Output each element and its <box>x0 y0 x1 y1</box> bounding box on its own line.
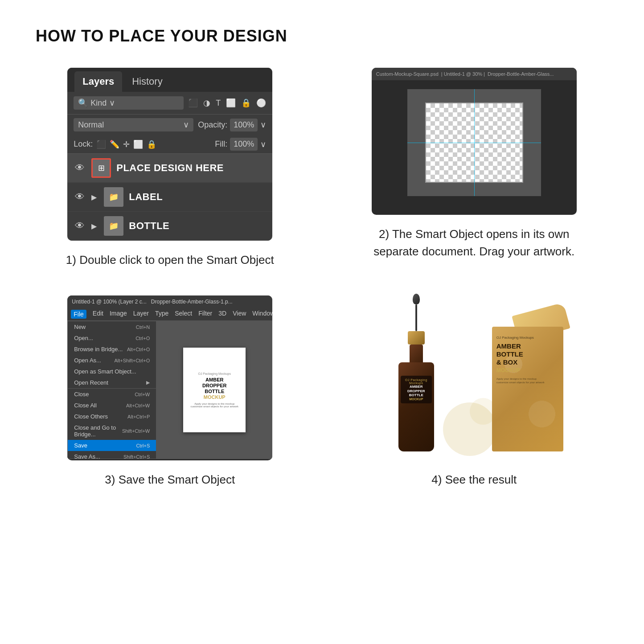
menu-open-label: Open... <box>74 335 93 341</box>
layer-filter-icons: ⬛ ◑ T ⬜ 🔒 ⚪ <box>188 98 266 108</box>
layer-menu-item[interactable]: Layer <box>133 310 149 319</box>
blend-mode-dropdown[interactable]: Normal ∨ <box>74 118 193 131</box>
layer-thumb-2: 📁 <box>104 216 123 236</box>
menu-close-others[interactable]: Close Others Alt+Ctrl+P <box>68 411 156 422</box>
menu-browse[interactable]: Browse in Bridge... Alt+Ctrl+O <box>68 344 156 355</box>
page-title: HOW TO PLACE YOUR DESIGN <box>36 27 608 45</box>
lock-paint-icon[interactable]: ✏️ <box>110 139 119 149</box>
file-menu-content: New Ctrl+N Open... Ctrl+O Browse in Brid… <box>67 321 272 459</box>
menu-new-label: New <box>74 324 86 330</box>
layer-row-0[interactable]: 👁 ⊞ PLACE DESIGN HERE <box>67 154 272 183</box>
bottle-brand: OJ Packaging Mockups <box>402 378 430 385</box>
lock-artboard-icon[interactable]: ⬜ <box>133 139 143 149</box>
lock-move-icon[interactable]: ✛ <box>123 139 130 149</box>
menu-save-label: Save <box>74 442 87 449</box>
menu-close-goto-label: Close and Go to Bridge... <box>74 424 122 438</box>
menu-open-recent-label: Open Recent <box>74 379 108 386</box>
steps-grid: Layers History 🔍 Kind ∨ ⬛ ◑ T ⬜ 🔒 ⚪ <box>36 68 608 488</box>
window-menu-item[interactable]: Window <box>252 310 272 319</box>
image-filter-icon[interactable]: ⬛ <box>188 98 198 108</box>
blend-chevron-icon: ∨ <box>183 120 189 130</box>
smart-object-document: Custom-Mockup-Square.psd | Untitled-1 @ … <box>372 68 577 215</box>
doc-bottle-sub: MOCKUP <box>204 394 226 400</box>
product-box: OJ Packaging Mockups AMBERBOTTLE& BOX MO… <box>492 327 563 451</box>
lock-all-icon[interactable]: 🔒 <box>147 139 156 149</box>
menu-open-as[interactable]: Open As... Alt+Shift+Ctrl+O <box>68 355 156 366</box>
menu-open[interactable]: Open... Ctrl+O <box>68 332 156 344</box>
folder-icon-1: 📁 <box>109 192 119 202</box>
select-menu-item[interactable]: Select <box>175 310 192 319</box>
menu-open-recent[interactable]: Open Recent ▶ <box>68 377 156 388</box>
adjust-filter-icon[interactable]: ◑ <box>203 98 210 108</box>
search-kind-dropdown[interactable]: 🔍 Kind ∨ <box>74 96 184 110</box>
step-3-caption: 3) Save the Smart Object <box>105 471 235 488</box>
lock-transparent-icon[interactable]: ⬛ <box>96 139 106 149</box>
edit-menu-item[interactable]: Edit <box>93 310 103 319</box>
layer-thumb-1: 📁 <box>104 187 123 207</box>
layer-visibility-1[interactable]: 👁 <box>74 191 86 203</box>
menu-open-smart-label: Open as Smart Object... <box>74 368 136 375</box>
file-menu-item[interactable]: File <box>71 310 86 319</box>
image-menu-item[interactable]: Image <box>110 310 127 319</box>
tab-layers[interactable]: Layers <box>74 71 122 92</box>
step-1-cell: Layers History 🔍 Kind ∨ ⬛ ◑ T ⬜ 🔒 ⚪ <box>36 68 304 269</box>
expand-arrow-1[interactable]: ▶ <box>91 193 97 201</box>
fill-value[interactable]: 100% <box>230 138 258 151</box>
step-2-caption: 2) The Smart Object opens in its own sep… <box>363 226 586 260</box>
file-dropdown-menu: New Ctrl+N Open... Ctrl+O Browse in Brid… <box>67 321 156 459</box>
smartobj-filter-icon[interactable]: 🔒 <box>241 98 251 108</box>
blend-mode-value: Normal <box>78 120 104 130</box>
shape-filter-icon[interactable]: ⬜ <box>226 98 236 108</box>
step-1-caption: 1) Double click to open the Smart Object <box>66 251 274 269</box>
layers-toolbar: 🔍 Kind ∨ ⬛ ◑ T ⬜ 🔒 ⚪ <box>67 92 272 115</box>
menu-close-others-label: Close Others <box>74 413 108 420</box>
menu-new-shortcut: Ctrl+N <box>136 324 150 330</box>
file-menu-panel: Untitled-1 @ 100% (Layer 2 c... Dropper-… <box>67 295 272 460</box>
opacity-value[interactable]: 100% <box>230 119 258 131</box>
extra-filter-icon[interactable]: ⚪ <box>256 98 266 108</box>
blending-row: Normal ∨ Opacity: 100% ∨ <box>67 115 272 135</box>
box-label-content: OJ Packaging Mockups AMBERBOTTLE& BOX MO… <box>496 336 559 385</box>
amber-bottle: OJ Packaging Mockups AMBERDROPPERBOTTLE … <box>398 294 434 451</box>
filter-menu-item[interactable]: Filter <box>198 310 212 319</box>
doc-subtext: Apply your designs to the mockupcustomiz… <box>190 402 238 408</box>
menu-save[interactable]: Save Ctrl+S <box>68 440 156 451</box>
menu-open-smart[interactable]: Open as Smart Object... <box>68 366 156 377</box>
menu-browse-label: Browse in Bridge... <box>74 346 123 353</box>
tab-history[interactable]: History <box>124 71 170 92</box>
step-3-cell: Untitled-1 @ 100% (Layer 2 c... Dropper-… <box>36 295 304 488</box>
layer-visibility-0[interactable]: 👁 <box>74 162 86 174</box>
kind-chevron-icon: ∨ <box>109 98 115 108</box>
bottle-cap <box>408 331 425 345</box>
step-4-caption: 4) See the result <box>431 471 517 488</box>
opacity-arrow-icon: ∨ <box>260 120 266 130</box>
menu-open-as-label: Open As... <box>74 357 101 364</box>
fill-arrow-icon: ∨ <box>260 139 266 149</box>
view-menu-item[interactable]: View <box>233 310 246 319</box>
menu-save-as[interactable]: Save As... Shift+Ctrl+S <box>68 451 156 460</box>
step3-canvas-area: OJ Packaging Mockups AMBERDROPPERBOTTLE … <box>156 321 272 459</box>
layer-row-1[interactable]: 👁 ▶ 📁 LABEL <box>67 183 272 212</box>
layer-visibility-2[interactable]: 👁 <box>74 220 86 232</box>
fill-control: Fill: 100% ∨ <box>215 138 266 151</box>
layer-row-2[interactable]: 👁 ▶ 📁 BOTTLE <box>67 212 272 241</box>
window-titlebar: Untitled-1 @ 100% (Layer 2 c... Dropper-… <box>67 295 272 308</box>
opacity-label: Opacity: <box>198 120 227 130</box>
layer-name-1: LABEL <box>129 191 163 203</box>
menu-close-goto[interactable]: Close and Go to Bridge... Shift+Ctrl+W <box>68 422 156 440</box>
menu-close[interactable]: Close Ctrl+W <box>68 388 156 400</box>
box-description: Apply your designs to the mockupcustomiz… <box>496 377 559 385</box>
menu-new[interactable]: New Ctrl+N <box>68 321 156 332</box>
canvas-area <box>407 89 541 196</box>
layers-panel: Layers History 🔍 Kind ∨ ⬛ ◑ T ⬜ 🔒 ⚪ <box>67 68 272 241</box>
doc-bottle-title: AMBERDROPPERBOTTLE <box>202 377 226 395</box>
menu-close-all[interactable]: Close All Alt+Ctrl+W <box>68 400 156 411</box>
box-subtitle: MOCKUP <box>496 367 559 373</box>
tab-label-1: Custom-Mockup-Square.psd <box>376 71 439 77</box>
type-filter-icon[interactable]: T <box>216 98 221 108</box>
3d-menu-item[interactable]: 3D <box>218 310 226 319</box>
bottle-title: AMBERDROPPERBOTTLE <box>402 385 430 398</box>
folder-icon-2: 📁 <box>109 221 119 231</box>
expand-arrow-2[interactable]: ▶ <box>91 222 97 230</box>
type-menu-item[interactable]: Type <box>155 310 168 319</box>
